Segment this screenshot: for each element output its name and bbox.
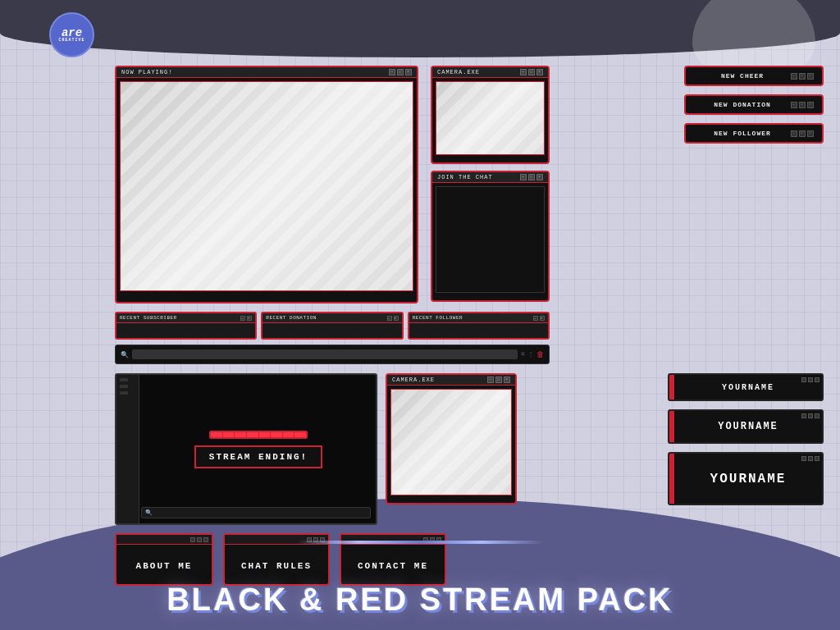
u2-btn[interactable] bbox=[801, 413, 806, 418]
main-content: NOW PLAYING! — □ × CAMERA.EXE — □ × JO bbox=[115, 66, 824, 499]
don-min-btn[interactable]: — bbox=[791, 102, 797, 108]
rs-close-btn[interactable]: × bbox=[247, 316, 252, 321]
camera-lines bbox=[436, 82, 544, 154]
u2-btn2[interactable] bbox=[808, 413, 813, 418]
username-text-3: YOURNAME bbox=[674, 465, 822, 493]
new-donation-btns: — □ × bbox=[791, 102, 814, 108]
maximize-btn[interactable]: □ bbox=[397, 69, 404, 75]
jc-maximize-btn[interactable]: □ bbox=[528, 174, 535, 180]
recent-subscriber-label: RECENT SUBSCRIBER bbox=[120, 315, 177, 321]
camera-maximize-btn[interactable]: □ bbox=[528, 69, 535, 75]
ls-4 bbox=[247, 432, 258, 437]
cheer-min-btn[interactable]: — bbox=[791, 73, 797, 80]
u2-btn3[interactable] bbox=[815, 413, 819, 418]
new-follower-label: NEW FOLLOWER bbox=[694, 130, 791, 137]
alerts-section: NEW CHEER — □ × NEW DONATION — □ × NEW F… bbox=[684, 66, 824, 144]
now-playing-header: NOW PLAYING! — □ × bbox=[116, 67, 417, 78]
about-me-label: ABOUT ME bbox=[136, 561, 193, 571]
join-chat-label: JOIN THE CHAT bbox=[437, 174, 493, 180]
search-input[interactable] bbox=[132, 349, 518, 359]
ls-3 bbox=[235, 432, 246, 437]
stream-ending-main: STREAM ENDING! bbox=[141, 375, 376, 523]
camera2-panel: CAMERA.EXE — □ × bbox=[386, 373, 517, 504]
username-text-2: YOURNAME bbox=[674, 414, 822, 439]
content-lines bbox=[121, 82, 413, 290]
about-me-panel[interactable]: ABOUT ME bbox=[115, 533, 213, 586]
recent-donation-header: RECENT DONATION — × bbox=[262, 313, 401, 323]
ls-5 bbox=[259, 432, 271, 437]
u3-btn3[interactable] bbox=[815, 456, 819, 461]
ls-7 bbox=[283, 432, 294, 437]
fol-max-btn[interactable]: □ bbox=[799, 130, 806, 137]
ls-1 bbox=[211, 432, 222, 437]
recent-donation-content bbox=[262, 323, 401, 338]
u3-btn[interactable] bbox=[801, 456, 806, 461]
fol-close-btn[interactable]: × bbox=[807, 130, 814, 137]
recent-follower-header: RECENT FOLLOWER — × bbox=[409, 313, 548, 323]
settings-icon[interactable]: ≡ bbox=[521, 350, 525, 359]
username-btns-3 bbox=[801, 456, 819, 461]
sidebar-dot-3 bbox=[120, 391, 128, 395]
stream-ending-panel: STREAM ENDING! 🔍 bbox=[115, 373, 377, 525]
rs-min-btn[interactable]: — bbox=[240, 316, 245, 321]
close-btn[interactable]: × bbox=[405, 69, 412, 75]
jc-close-btn[interactable]: × bbox=[536, 174, 543, 180]
camera2-content bbox=[390, 389, 512, 495]
new-cheer-label: NEW CHEER bbox=[694, 72, 791, 80]
new-cheer-btns: — □ × bbox=[791, 73, 814, 80]
join-chat-content bbox=[436, 186, 545, 293]
recent-follower-content bbox=[409, 323, 548, 338]
u3-btn2[interactable] bbox=[808, 456, 813, 461]
jc-minimize-btn[interactable]: — bbox=[520, 174, 527, 180]
search-right-icons: ≡ ⋮ 🗑 bbox=[521, 350, 544, 359]
username-btns-2 bbox=[801, 413, 819, 418]
camera-minimize-btn[interactable]: — bbox=[520, 69, 527, 75]
cheer-max-btn[interactable]: □ bbox=[799, 73, 806, 80]
stream-ending-text: STREAM ENDING! bbox=[194, 445, 322, 468]
page-title: BLACK & RED STREAM PACK bbox=[0, 582, 840, 618]
am-btn2[interactable] bbox=[197, 537, 202, 542]
rd-min-btn[interactable]: — bbox=[387, 316, 392, 321]
minimize-btn[interactable]: — bbox=[389, 69, 395, 75]
stream-ending-inner: STREAM ENDING! 🔍 bbox=[115, 373, 377, 525]
loading-bar bbox=[209, 431, 308, 439]
rd-close-btn[interactable]: × bbox=[394, 316, 399, 321]
recent-subscriber-header: RECENT SUBSCRIBER — × bbox=[116, 313, 255, 323]
camera-header: CAMERA.EXE — □ × bbox=[432, 67, 548, 78]
about-me-content: ABOUT ME bbox=[133, 556, 195, 576]
c2-close-btn[interactable]: × bbox=[504, 377, 510, 383]
join-chat-header: JOIN THE CHAT — □ × bbox=[432, 172, 548, 183]
new-donation-label: NEW DONATION bbox=[694, 101, 791, 108]
u1-btn2[interactable] bbox=[808, 377, 813, 382]
se-search-icon: 🔍 bbox=[145, 509, 153, 516]
fol-min-btn[interactable]: — bbox=[791, 130, 797, 137]
am-btn3[interactable] bbox=[203, 537, 208, 542]
username-bar-3: YOURNAME bbox=[668, 452, 824, 505]
rf-close-btn[interactable]: × bbox=[540, 316, 545, 321]
cheer-close-btn[interactable]: × bbox=[807, 73, 814, 80]
camera-content bbox=[436, 81, 545, 155]
cam2-lines bbox=[391, 390, 511, 495]
recent-donation-label: RECENT DONATION bbox=[266, 315, 317, 321]
now-playing-label: NOW PLAYING! bbox=[121, 69, 172, 75]
trash-icon[interactable]: 🗑 bbox=[536, 350, 544, 359]
stream-ending-search: 🔍 bbox=[141, 507, 371, 518]
u1-btn[interactable] bbox=[801, 377, 806, 382]
ls-2 bbox=[223, 432, 235, 437]
now-playing-panel: NOW PLAYING! — □ × bbox=[115, 66, 418, 304]
new-follower-bar: NEW FOLLOWER — □ × bbox=[684, 123, 824, 144]
now-playing-content bbox=[120, 81, 413, 291]
c2-max-btn[interactable]: □ bbox=[495, 377, 502, 383]
u1-btn3[interactable] bbox=[815, 377, 819, 382]
am-btn1[interactable] bbox=[190, 537, 195, 542]
camera2-label: CAMERA.EXE bbox=[392, 377, 435, 383]
c2-min-btn[interactable]: — bbox=[487, 377, 494, 383]
don-max-btn[interactable]: □ bbox=[799, 102, 806, 108]
don-close-btn[interactable]: × bbox=[807, 102, 814, 108]
logo-subtitle: CREATIVE bbox=[58, 39, 84, 43]
camera-close-btn[interactable]: × bbox=[536, 69, 543, 75]
recent-subscriber-content bbox=[116, 323, 255, 338]
search-icon: 🔍 bbox=[121, 351, 129, 358]
rf-min-btn[interactable]: — bbox=[533, 316, 538, 321]
grid-icon[interactable]: ⋮ bbox=[527, 350, 534, 359]
